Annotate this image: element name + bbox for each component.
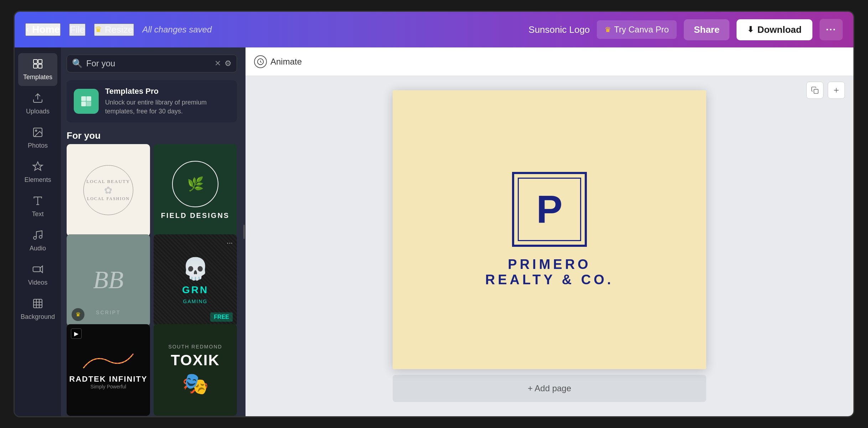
svg-point-9 xyxy=(33,236,36,239)
template-card-field-designs[interactable]: 🌿 FIELD DESIGNS xyxy=(154,144,237,236)
company-line1: PRIMERO xyxy=(485,257,614,272)
resize-label: Resize xyxy=(105,24,133,35)
template-grid: LOCAL BEAUTY ✿ LOCAL FASHION 🌿 FIELD xyxy=(61,144,243,416)
chevron-left-icon: ‹ xyxy=(26,25,29,34)
duplicate-page-button[interactable] xyxy=(806,82,823,99)
template-card-local-beauty[interactable]: LOCAL BEAUTY ✿ LOCAL FASHION xyxy=(67,144,150,236)
sidebar-item-text[interactable]: Text xyxy=(18,190,57,223)
try-canva-pro-button[interactable]: ♛ Try Canva Pro xyxy=(597,20,677,39)
radtek-curve xyxy=(80,350,137,372)
bb-script-text: BB xyxy=(93,266,124,294)
file-button[interactable]: File xyxy=(69,24,86,36)
svg-marker-12 xyxy=(40,266,43,273)
grn-menu-icon: ··· xyxy=(227,239,233,247)
search-filter-button[interactable]: ⚙ xyxy=(224,59,232,68)
svg-rect-3 xyxy=(38,64,42,68)
nav-right: Sunsonic Logo ♛ Try Canva Pro Share ⬇ Do… xyxy=(528,19,843,40)
promo-title: Templates Pro xyxy=(105,87,230,96)
design-company-name: PRIMERO REALTY & CO. xyxy=(485,257,614,287)
promo-description: Unlock our entire library of premium tem… xyxy=(105,98,230,116)
add-page-icon-button[interactable] xyxy=(828,82,845,99)
share-button[interactable]: Share xyxy=(684,19,729,40)
design-p-box: P xyxy=(512,172,587,247)
panel-divider[interactable] xyxy=(243,47,246,416)
svg-rect-11 xyxy=(33,267,40,271)
promo-icon xyxy=(74,89,99,114)
sidebar: Templates Uploads xyxy=(15,47,61,416)
template-card-grn[interactable]: ··· 💀 GRN GAMING FREE xyxy=(154,234,237,326)
sidebar-item-uploads[interactable]: Uploads xyxy=(18,87,57,120)
svg-rect-0 xyxy=(33,60,37,63)
sidebar-item-videos[interactable]: Videos xyxy=(18,259,57,291)
divider-handle xyxy=(243,225,245,239)
uploads-icon xyxy=(32,92,43,106)
toxik-title: TOXIK xyxy=(171,352,220,369)
grn-text: GRN xyxy=(182,284,208,296)
search-clear-button[interactable]: ✕ xyxy=(215,59,221,68)
svg-rect-16 xyxy=(87,96,91,101)
svg-rect-17 xyxy=(81,102,86,106)
animate-icon xyxy=(254,55,267,68)
crown-icon: ♛ xyxy=(95,25,102,34)
template-card-bb[interactable]: BB SCRIPT ♛ xyxy=(67,234,150,326)
template-card-toxik[interactable]: SOUTH REDMOND TOXIK 🎭 xyxy=(154,324,237,416)
sidebar-item-audio[interactable]: Audio xyxy=(18,224,57,257)
templates-panel: 🔍 ✕ ⚙ Templat xyxy=(61,47,243,416)
home-button[interactable]: ‹ Home xyxy=(25,23,61,36)
download-button[interactable]: ⬇ Download xyxy=(737,19,812,40)
crown-badge-icon: ♛ xyxy=(72,308,84,321)
field-designs-circle: 🌿 xyxy=(172,161,218,207)
main-content: Templates Uploads xyxy=(15,47,853,416)
radtek-title: RADTEK INFINITY xyxy=(69,374,147,384)
video-badge: ▶ xyxy=(71,328,82,339)
file-label: File xyxy=(70,24,85,35)
promo-text: Templates Pro Unlock our entire library … xyxy=(105,87,230,116)
resize-button[interactable]: ♛ Resize xyxy=(94,24,134,36)
text-icon xyxy=(32,195,43,208)
animate-label: Animate xyxy=(270,57,302,67)
grn-sub-text: GAMING xyxy=(183,299,208,304)
toxik-character: 🎭 xyxy=(182,371,209,396)
sidebar-photos-label: Photos xyxy=(28,142,48,149)
template-card-radtek[interactable]: ▶ RADTEK INFINITY Simply Powerful xyxy=(67,324,150,416)
canvas-scroll[interactable]: P PRIMERO REALTY & CO. + Add page xyxy=(246,76,853,416)
navbar: ‹ Home File ♛ Resize All changes saved S… xyxy=(15,12,853,47)
canvas-controls xyxy=(806,82,845,99)
sidebar-item-photos[interactable]: Photos xyxy=(18,122,57,154)
templates-icon xyxy=(32,58,43,71)
try-canva-pro-label: Try Canva Pro xyxy=(614,25,669,35)
sidebar-videos-label: Videos xyxy=(28,279,48,286)
more-dots-icon: ··· xyxy=(826,24,836,35)
for-you-heading: For you xyxy=(61,127,243,144)
svg-rect-15 xyxy=(81,96,86,101)
svg-point-6 xyxy=(35,130,37,131)
field-designs-text: FIELD DESIGNS xyxy=(161,212,229,220)
svg-rect-20 xyxy=(814,89,818,93)
svg-rect-2 xyxy=(33,64,37,68)
sidebar-uploads-label: Uploads xyxy=(26,108,50,115)
search-wrapper: 🔍 ✕ ⚙ xyxy=(67,55,237,72)
audio-icon xyxy=(32,229,43,243)
templates-pro-promo[interactable]: Templates Pro Unlock our entire library … xyxy=(67,80,237,122)
more-options-button[interactable]: ··· xyxy=(820,19,843,40)
download-icon: ⬇ xyxy=(747,25,754,34)
search-input[interactable] xyxy=(86,58,211,68)
design-canvas[interactable]: P PRIMERO REALTY & CO. xyxy=(393,90,706,369)
add-page-button[interactable]: + Add page xyxy=(393,375,706,402)
toxik-location: SOUTH REDMOND xyxy=(168,344,222,350)
grn-skull-icon: 💀 xyxy=(182,256,209,281)
animate-button[interactable]: Animate xyxy=(254,55,302,68)
svg-point-10 xyxy=(39,235,42,238)
canvas-toolbar: Animate xyxy=(246,47,853,76)
sidebar-item-templates[interactable]: Templates xyxy=(18,53,57,86)
design-inner-border xyxy=(518,178,581,241)
local-beauty-circle: LOCAL BEAUTY ✿ LOCAL FASHION xyxy=(83,165,133,215)
sidebar-item-elements[interactable]: Elements xyxy=(18,156,57,189)
svg-rect-13 xyxy=(33,299,42,308)
play-icon: ▶ xyxy=(74,330,78,337)
sidebar-text-label: Text xyxy=(32,210,43,218)
sidebar-item-background[interactable]: Background xyxy=(18,293,57,326)
sidebar-audio-label: Audio xyxy=(30,245,46,252)
canvas-area: Animate xyxy=(246,47,853,416)
download-label: Download xyxy=(757,24,801,35)
